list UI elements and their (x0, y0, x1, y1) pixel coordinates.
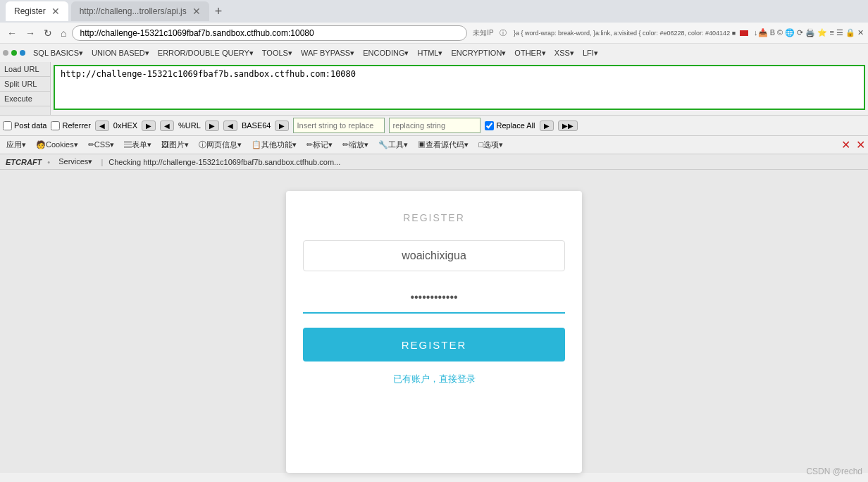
css-info: }a { word-wrap: break-word, }a:link, a:v… (514, 30, 736, 37)
main-tool-area: Load URL Split URL Execute http://challe… (0, 62, 868, 136)
insert-string-input[interactable] (293, 118, 385, 133)
cn-toolbar: 应用▾ 🧑Cookies▾ ✏CSS▾ ▤表单▾ 🖼图片▾ ⓘ网页信息▾ 📋其他… (0, 136, 868, 154)
tools-menu[interactable]: TOOLS▾ (259, 47, 296, 59)
execute-button[interactable]: Execute (0, 92, 50, 106)
page-content: REGISTER REGISTER 已有账户，直接登录 (0, 170, 868, 473)
tamper-toolbar: SQL BASICS▾ UNION BASED▾ ERROR/DOUBLE QU… (0, 44, 868, 62)
page-info-menu[interactable]: ⓘ网页信息▾ (195, 138, 245, 152)
refresh-button[interactable]: ↻ (41, 26, 55, 40)
other-menu[interactable]: OTHER▾ (511, 47, 550, 59)
encoding-menu[interactable]: ENCODING▾ (359, 47, 412, 59)
url-area: Load URL Split URL Execute http://challe… (0, 62, 868, 115)
referrer-checkbox[interactable] (51, 121, 60, 130)
close-x2-icon[interactable]: ✕ (856, 138, 865, 152)
flag-icon (740, 30, 748, 36)
browser-address-bar: ← → ↻ ⌂ 未知IP ⓘ }a { word-wrap: break-wor… (0, 23, 868, 44)
replace-extra-arrow[interactable]: ▶▶ (558, 121, 578, 131)
error-double-menu[interactable]: ERROR/DOUBLE QUERY▾ (154, 47, 257, 59)
password-input[interactable] (303, 283, 565, 314)
sidebar-buttons: Load URL Split URL Execute (0, 62, 51, 115)
tamper-blue-indicator (20, 50, 25, 56)
base64-label: BASE64 (242, 121, 271, 130)
options-row: Post data Referrer ◀ 0xHEX ▶ ◀ %URL ▶ ◀ … (0, 115, 868, 135)
lfi-menu[interactable]: LFI▾ (579, 47, 602, 59)
replacing-string-input[interactable] (389, 118, 480, 133)
sql-basics-menu[interactable]: SQL BASICS▾ (30, 47, 87, 59)
status-bar: ETCRAFT • Services▾ | Checking http://ch… (0, 154, 868, 170)
services-menu[interactable]: Services▾ (56, 157, 95, 166)
home-button[interactable]: ⌂ (58, 26, 69, 40)
status-sep1: • (47, 158, 50, 166)
post-data-label[interactable]: Post data (3, 121, 46, 130)
app-menu[interactable]: 应用▾ (3, 138, 30, 152)
base64-right-arrow[interactable]: ▶ (275, 121, 289, 131)
url-left-arrow[interactable]: ◀ (160, 121, 174, 131)
mark-menu[interactable]: ✏标记▾ (303, 138, 336, 152)
status-checking: Checking http://challenge-15321c1069fbaf… (108, 158, 340, 166)
username-input[interactable] (303, 240, 565, 271)
close-x-icon[interactable]: ✕ (841, 138, 850, 152)
brand-label: ETCRAFT (6, 158, 42, 166)
url-right-arrow[interactable]: ▶ (205, 121, 219, 131)
view-source-menu[interactable]: ▣查看源代码▾ (414, 138, 472, 152)
html-menu[interactable]: HTML▾ (414, 47, 446, 59)
login-link[interactable]: 已有账户，直接登录 (393, 373, 476, 385)
unknown-ip-label: 未知IP ⓘ (473, 28, 507, 38)
url-textarea-wrap: http://challenge-15321c1069fbaf7b.sandbo… (51, 62, 868, 115)
tamper-indicator (3, 50, 8, 56)
url-textarea[interactable]: http://challenge-15321c1069fbaf7b.sandbo… (54, 65, 865, 110)
toolbar-icons: ↓📥 B ©️ 🌐 ⟳ 🖨️ ⭐ ≡ ☰ 🔒 ✕ (754, 28, 864, 37)
waf-bypass-menu[interactable]: WAF BYPASS▾ (297, 47, 358, 59)
tab-api-label: http://challeng...trollers/api.js (80, 6, 187, 16)
register-button[interactable]: REGISTER (303, 328, 565, 362)
css-menu[interactable]: ✏CSS▾ (85, 139, 118, 151)
new-tab-button[interactable]: + (212, 4, 225, 19)
replace-right-arrow[interactable]: ▶ (540, 121, 554, 131)
options-cn-menu[interactable]: □选项▾ (475, 138, 507, 152)
xss-menu[interactable]: XSS▾ (551, 47, 578, 59)
encryption-menu[interactable]: ENCRYPTION▾ (447, 47, 509, 59)
hex-left-arrow[interactable]: ◀ (95, 121, 109, 131)
replace-all-checkbox[interactable] (485, 121, 494, 130)
split-url-button[interactable]: Split URL (0, 77, 50, 92)
forward-button[interactable]: → (23, 26, 38, 40)
referrer-label[interactable]: Referrer (51, 121, 90, 130)
hex-right-arrow[interactable]: ▶ (142, 121, 156, 131)
images-menu[interactable]: 🖼图片▾ (158, 138, 192, 152)
zoom-menu[interactable]: ✏缩放▾ (339, 138, 372, 152)
base64-left-arrow[interactable]: ◀ (223, 121, 237, 131)
tab-register[interactable]: Register ✕ (6, 1, 68, 21)
tamper-active-indicator (11, 50, 17, 56)
cookies-menu[interactable]: 🧑Cookies▾ (32, 139, 82, 151)
register-card: REGISTER REGISTER 已有账户，直接登录 (286, 191, 582, 473)
status-sep2: | (101, 158, 103, 166)
tools-cn-menu[interactable]: 🔧工具▾ (375, 138, 411, 152)
back-button[interactable]: ← (4, 26, 20, 40)
tab-api[interactable]: http://challeng...trollers/api.js ✕ (71, 1, 209, 21)
register-title: REGISTER (403, 212, 465, 223)
union-based-menu[interactable]: UNION BASED▾ (88, 47, 153, 59)
url-label: %URL (178, 121, 201, 130)
tab-register-close[interactable]: ✕ (51, 6, 60, 16)
form-menu[interactable]: ▤表单▾ (120, 138, 155, 152)
tab-api-close[interactable]: ✕ (192, 6, 201, 16)
csdn-watermark: CSDN @rechd (806, 466, 862, 476)
load-url-button[interactable]: Load URL (0, 62, 50, 77)
other-functions-menu[interactable]: 📋其他功能▾ (248, 138, 300, 152)
hex-label: 0xHEX (113, 121, 137, 130)
replace-all-label[interactable]: Replace All (485, 121, 535, 130)
tab-register-label: Register (14, 6, 46, 16)
post-data-checkbox[interactable] (3, 121, 12, 130)
title-bar: Register ✕ http://challeng...trollers/ap… (0, 0, 868, 23)
address-input[interactable] (72, 25, 467, 41)
